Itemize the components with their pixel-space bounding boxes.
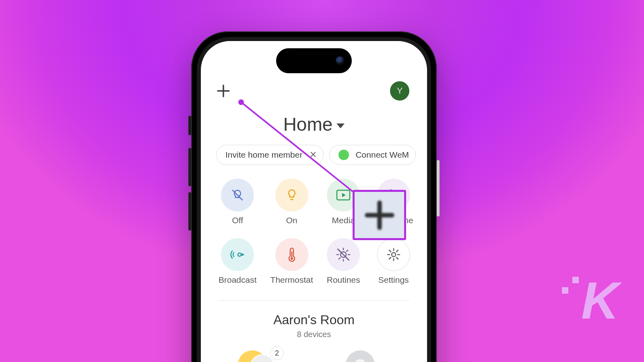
shortcut-circle <box>275 179 308 212</box>
shortcut-label: Routines <box>327 275 360 285</box>
chip-label: Connect WeM <box>355 150 409 160</box>
shortcut-thermostat[interactable]: Thermostat <box>270 238 313 285</box>
watermark: K <box>562 270 617 331</box>
profile-avatar[interactable]: Y <box>390 81 409 101</box>
shortcut-circle <box>377 238 410 271</box>
page-title: Home <box>283 113 333 135</box>
shortcut-settings[interactable]: Settings <box>374 238 413 285</box>
routines-icon <box>336 247 351 262</box>
side-button <box>188 116 191 135</box>
device-count-badge: 2 <box>270 346 284 360</box>
wemo-icon <box>339 150 349 160</box>
home-selector[interactable]: Home <box>201 113 427 135</box>
shortcut-on[interactable]: On <box>270 179 313 225</box>
room-title[interactable]: Aaron's Room <box>201 313 427 327</box>
suggestion-chips: Invite home member ✕ Connect WeM <box>201 145 427 165</box>
gear-icon <box>387 248 400 261</box>
plus-icon <box>364 200 395 231</box>
section-divider <box>219 300 409 300</box>
add-button[interactable] <box>215 83 231 99</box>
room-devices-row: 2 <box>201 339 427 362</box>
close-icon[interactable]: ✕ <box>310 150 317 160</box>
room-subtitle: 8 devices <box>201 330 427 339</box>
shortcut-broadcast[interactable]: Broadcast <box>219 238 257 285</box>
shortcut-circle <box>327 238 360 271</box>
watermark-dots-icon <box>562 277 579 294</box>
chevron-down-icon <box>336 123 345 128</box>
shortcut-label: Settings <box>378 275 409 285</box>
shortcut-label: On <box>286 216 297 225</box>
invite-home-member-chip[interactable]: Invite home member ✕ <box>216 145 324 165</box>
room-lights[interactable]: 2 <box>238 350 282 362</box>
top-bar: Y <box>201 80 427 102</box>
svg-point-4 <box>392 253 396 257</box>
play-icon <box>336 189 351 201</box>
plus-icon <box>217 84 230 98</box>
bulb-off-icon <box>230 188 245 202</box>
side-button <box>188 192 191 230</box>
shortcut-label: Broadcast <box>219 275 257 285</box>
shortcut-label: Off <box>232 216 243 225</box>
front-camera-icon <box>336 56 345 65</box>
connect-wemo-chip[interactable]: Connect WeM <box>329 145 416 165</box>
side-button <box>188 148 191 186</box>
svg-point-1 <box>238 253 241 256</box>
shortcut-label: Thermostat <box>270 275 313 285</box>
dynamic-island <box>276 48 352 73</box>
shortcut-routines[interactable]: Routines <box>327 238 360 285</box>
shortcut-off[interactable]: Off <box>219 179 257 225</box>
room-speaker[interactable] <box>346 350 390 362</box>
thermostat-icon <box>287 247 297 263</box>
side-button <box>437 160 440 216</box>
broadcast-icon <box>230 249 245 261</box>
bulb-on-icon <box>285 188 299 202</box>
annotation-origin-dot <box>238 99 244 105</box>
shortcut-label: Media <box>332 216 355 225</box>
speaker-icon <box>346 350 375 362</box>
chip-label: Invite home member <box>225 150 302 160</box>
annotation-callout-plus <box>353 190 406 240</box>
shortcut-circle <box>221 238 254 271</box>
shortcut-circle <box>275 238 308 271</box>
shortcut-circle <box>221 179 254 212</box>
watermark-letter: K <box>581 270 617 331</box>
